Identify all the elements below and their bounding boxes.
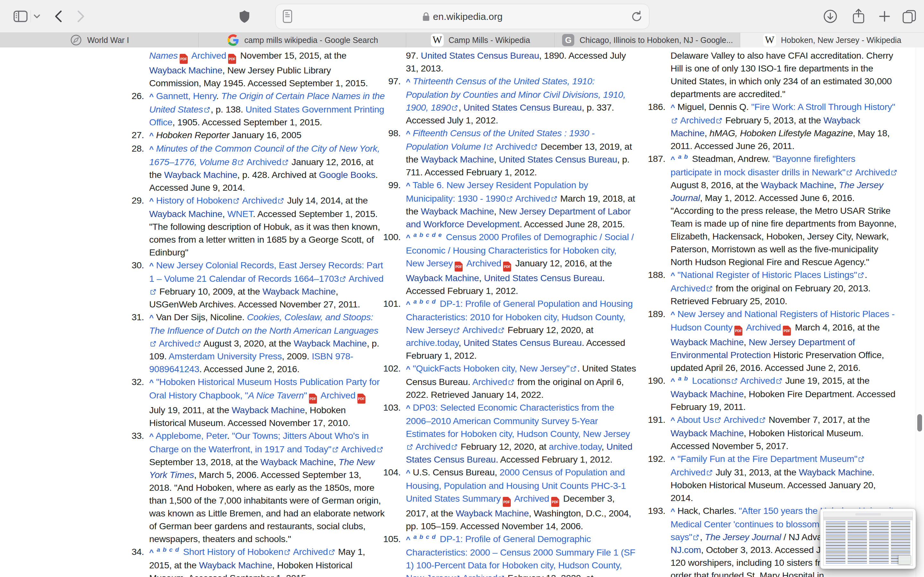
- reference-link[interactable]: Archived: [415, 442, 451, 452]
- reference-visited-link[interactable]: United States Census Bureau: [421, 50, 540, 61]
- reference-visited-link[interactable]: Wayback Machine: [149, 65, 222, 75]
- reference-visited-link[interactable]: Wayback Machine: [761, 180, 834, 190]
- reference-visited-link[interactable]: Wayback Machine: [199, 560, 272, 570]
- backlink-letters[interactable]: a b c d: [413, 533, 436, 540]
- backlink-caret[interactable]: ^: [149, 261, 153, 270]
- backlink-caret[interactable]: ^: [670, 103, 675, 111]
- reference-visited-link[interactable]: United States Census Bureau: [464, 338, 582, 348]
- backlink-caret[interactable]: ^: [670, 310, 675, 319]
- backlink-caret[interactable]: ^: [149, 197, 153, 205]
- reference-link[interactable]: Archived: [514, 493, 549, 504]
- backlink-caret[interactable]: ^: [406, 535, 410, 544]
- new-tab-button[interactable]: [877, 9, 893, 24]
- privacy-report-button[interactable]: [238, 9, 251, 24]
- backlink-caret[interactable]: ^: [149, 92, 153, 101]
- share-button[interactable]: [850, 8, 867, 25]
- reference-visited-link[interactable]: Wayback Machine: [456, 508, 529, 518]
- backlink-caret[interactable]: ^: [149, 432, 153, 440]
- reference-visited-link[interactable]: Wayback Machine: [670, 428, 744, 438]
- reference-link[interactable]: says": [670, 532, 692, 542]
- backlink-caret[interactable]: ^: [670, 155, 675, 163]
- reference-link[interactable]: Archived: [740, 376, 775, 386]
- reference-link[interactable]: DP03: Selected Economic Characteristics …: [406, 402, 630, 439]
- reference-visited-link[interactable]: Wayback Machine: [670, 389, 744, 399]
- backlink-letters[interactable]: a b c d e: [413, 231, 442, 238]
- reference-link[interactable]: archive.today: [406, 338, 459, 348]
- forward-button[interactable]: [74, 9, 88, 24]
- tab-camp-mills-wikipedia-google-search[interactable]: camp mills wikipedia - Google Search: [199, 33, 406, 47]
- reference-visited-link[interactable]: Wayback Machine: [260, 457, 334, 467]
- reference-link[interactable]: Archived: [515, 193, 550, 203]
- reference-link[interactable]: A Nice Tavern: [248, 390, 304, 400]
- reference-visited-link[interactable]: Wayback Machine: [799, 467, 872, 477]
- backlink-caret[interactable]: ^: [670, 377, 675, 385]
- reference-link[interactable]: Amsterdam University Press: [169, 351, 282, 361]
- reference-link[interactable]: Archived: [293, 546, 328, 557]
- reference-link[interactable]: About Us: [677, 414, 714, 425]
- reference-visited-link[interactable]: Wayback Machine: [421, 154, 494, 164]
- address-bar[interactable]: en.wikipedia.org: [275, 4, 649, 29]
- reference-visited-link[interactable]: NJ.com: [670, 545, 701, 555]
- reference-link[interactable]: "QuickFacts Hoboken city, New Jersey": [413, 363, 569, 374]
- back-button[interactable]: [51, 9, 65, 24]
- downloads-button[interactable]: [822, 8, 838, 24]
- backlink-caret[interactable]: ^: [149, 548, 153, 556]
- reference-link[interactable]: Archived: [462, 573, 497, 577]
- reload-button[interactable]: [631, 10, 643, 23]
- sidebar-toggle-button[interactable]: [13, 10, 28, 23]
- reference-link[interactable]: Archived: [320, 390, 355, 400]
- reference-link[interactable]: Archived: [341, 444, 376, 454]
- backlink-caret[interactable]: ^: [406, 233, 410, 242]
- backlink-caret[interactable]: ^: [149, 313, 153, 322]
- reference-visited-link[interactable]: United States Census Bureau: [463, 102, 582, 113]
- backlink-caret[interactable]: ^: [406, 300, 410, 308]
- reference-link[interactable]: Short History of Hoboken: [183, 546, 283, 557]
- backlink-caret[interactable]: ^: [670, 271, 675, 279]
- scrollbar-thumb[interactable]: [917, 414, 922, 432]
- reference-link[interactable]: Gannett, Henry: [156, 91, 216, 101]
- reference-link[interactable]: Applebome, Peter: [156, 430, 227, 441]
- reference-visited-link[interactable]: Wayback Machine: [670, 337, 744, 347]
- backlink-caret[interactable]: ^: [670, 455, 675, 464]
- reference-link[interactable]: Archived: [159, 338, 194, 348]
- reference-visited-link[interactable]: Wayback Machine: [294, 338, 367, 348]
- reference-visited-link[interactable]: Wayback Machine: [232, 405, 305, 415]
- reference-visited-link[interactable]: Google Books: [319, 169, 375, 180]
- tab-camp-mills-wikipedia[interactable]: WCamp Mills - Wikipedia: [406, 33, 555, 47]
- reference-link[interactable]: Archived: [246, 157, 281, 167]
- backlink-caret[interactable]: ^: [406, 404, 410, 412]
- reference-link[interactable]: Archived: [746, 322, 781, 332]
- backlink-caret[interactable]: ^: [406, 468, 410, 477]
- reference-link[interactable]: DP-1: Profile of General Demographic Cha…: [406, 534, 635, 577]
- backlink-caret[interactable]: ^: [670, 507, 675, 516]
- reference-link[interactable]: Locations: [692, 376, 730, 386]
- reference-link[interactable]: "National Register of Historic Places Li…: [677, 269, 857, 280]
- screenshot-preview-thumbnail[interactable]: [820, 508, 916, 569]
- backlink-letters[interactable]: a b c d: [157, 546, 179, 553]
- reference-link[interactable]: ": [304, 390, 307, 400]
- reference-link[interactable]: Archived: [466, 258, 501, 268]
- backlink-caret[interactable]: ^: [149, 131, 153, 140]
- reference-visited-link[interactable]: Wayback Machine: [421, 206, 494, 216]
- reference-link[interactable]: Archived: [855, 167, 890, 177]
- reference-link[interactable]: Archived: [472, 377, 507, 387]
- backlink-caret[interactable]: ^: [406, 181, 410, 190]
- reference-link[interactable]: WNET: [227, 209, 253, 219]
- reference-link[interactable]: Archived: [670, 467, 706, 477]
- reference-visited-link[interactable]: The Jersey Journal: [705, 532, 781, 542]
- reference-link[interactable]: Archived: [191, 50, 226, 61]
- reference-link[interactable]: History of Hoboken: [156, 195, 232, 205]
- reference-link[interactable]: "Fire Work: A Stroll Through History": [751, 102, 895, 112]
- backlink-caret[interactable]: ^: [406, 364, 410, 373]
- backlink-letters[interactable]: a b: [678, 153, 688, 160]
- reference-visited-link[interactable]: United States Census Bureau: [499, 154, 617, 164]
- reference-link[interactable]: Archived: [495, 141, 530, 152]
- reference-visited-link[interactable]: Wayback Machine: [149, 209, 222, 219]
- reference-link[interactable]: Archived: [724, 414, 758, 425]
- reference-visited-link[interactable]: United States Census Bureau: [484, 273, 602, 283]
- backlink-letters[interactable]: a b c d: [413, 298, 436, 305]
- backlink-caret[interactable]: ^: [406, 77, 410, 86]
- tab-hoboken-new-jersey-wikipedia[interactable]: WHoboken, New Jersey - Wikipedia: [740, 33, 924, 47]
- backlink-caret[interactable]: ^: [406, 129, 410, 138]
- backlink-letters[interactable]: a b: [678, 375, 688, 382]
